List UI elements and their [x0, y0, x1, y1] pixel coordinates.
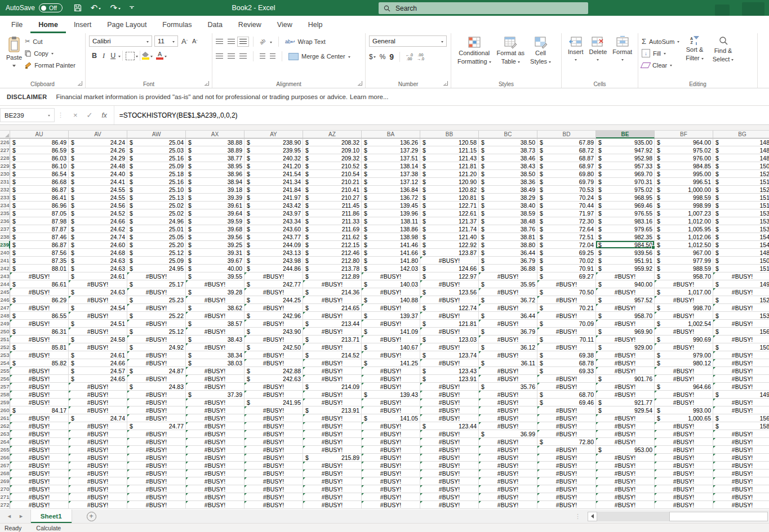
cell-AU272[interactable]: #BUSY!: [10, 501, 69, 509]
cell-BA243[interactable]: #BUSY!: [362, 272, 420, 280]
conditional-formatting-button[interactable]: Conditional Formatting: [455, 35, 494, 79]
cell-BE257[interactable]: #BUSY!: [596, 383, 655, 391]
cell-AY230[interactable]: $241.54: [245, 170, 303, 178]
cell-BD234[interactable]: $70.44: [537, 202, 596, 209]
borders-icon[interactable]: [126, 52, 135, 60]
cell-AY270[interactable]: #BUSY!: [245, 485, 303, 493]
number-format-combo[interactable]: General: [369, 35, 447, 47]
cell-BF234[interactable]: $998.99: [655, 202, 713, 209]
cell-AV268[interactable]: #BUSY!: [69, 470, 127, 477]
row-header-244[interactable]: 244: [0, 280, 10, 288]
cell-AU243[interactable]: #BUSY!: [10, 272, 69, 280]
cell-AZ258[interactable]: #BUSY!: [303, 391, 362, 399]
cell-BE270[interactable]: #BUSY!: [596, 485, 655, 493]
cell-BG229[interactable]: $150: [713, 162, 769, 170]
cell-BC249[interactable]: #BUSY!: [479, 320, 537, 328]
tab-insert[interactable]: Insert: [66, 16, 99, 33]
cell-AU246[interactable]: $86.29: [10, 296, 69, 304]
cell-AV233[interactable]: $24.55: [69, 194, 127, 202]
copy-dropdown-icon[interactable]: [51, 53, 54, 56]
cell-BE229[interactable]: $957.33: [596, 162, 655, 170]
cell-BB265[interactable]: #BUSY!: [420, 446, 479, 454]
cell-AX259[interactable]: #BUSY!: [186, 399, 245, 406]
cell-BD233[interactable]: $70.24: [537, 194, 596, 202]
cell-BD226[interactable]: $67.89: [537, 138, 596, 146]
number-dialog-launcher-icon[interactable]: [443, 81, 448, 86]
cell-BA257[interactable]: #BUSY!: [362, 383, 420, 391]
cell-AU269[interactable]: #BUSY!: [10, 477, 69, 485]
cell-BB238[interactable]: $121.40: [420, 233, 479, 241]
clear-button[interactable]: Clear: [642, 59, 679, 71]
cell-BB230[interactable]: $121.20: [420, 170, 479, 178]
cell-BE226[interactable]: $935.00: [596, 138, 655, 146]
cell-AW242[interactable]: $24.95: [127, 265, 186, 272]
underline-dropdown-icon[interactable]: [118, 56, 121, 59]
cell-BG238[interactable]: $154: [713, 233, 769, 241]
cell-AZ265[interactable]: #BUSY!: [303, 446, 362, 454]
row-header-229[interactable]: 229: [0, 162, 10, 170]
cell-BA251[interactable]: #BUSY!: [362, 336, 420, 343]
cell-AX253[interactable]: $38.34: [186, 351, 245, 359]
cell-AZ262[interactable]: #BUSY!: [303, 422, 362, 430]
cell-BD232[interactable]: $70.53: [537, 186, 596, 194]
cell-AX250[interactable]: #BUSY!: [186, 328, 245, 336]
cell-BD228[interactable]: $68.87: [537, 154, 596, 162]
font-name-dropdown-icon[interactable]: [146, 41, 149, 44]
cell-BG264[interactable]: #BUSY!: [713, 438, 769, 446]
cell-AX268[interactable]: #BUSY!: [186, 470, 245, 477]
cell-AX260[interactable]: #BUSY!: [186, 406, 245, 414]
cell-AU265[interactable]: #BUSY!: [10, 446, 69, 454]
cell-BG233[interactable]: $151: [713, 194, 769, 202]
cell-BD264[interactable]: $72.80: [537, 438, 596, 446]
status-calculate[interactable]: Calculate: [36, 525, 61, 531]
row-header-232[interactable]: 232: [0, 186, 10, 194]
cell-AW235[interactable]: $25.02: [127, 209, 186, 217]
row-header-265[interactable]: 265: [0, 446, 10, 454]
cell-BC227[interactable]: $38.73: [479, 146, 537, 154]
cell-AV272[interactable]: #BUSY!: [69, 501, 127, 509]
cell-AY236[interactable]: $243.34: [245, 217, 303, 225]
cell-BA268[interactable]: #BUSY!: [362, 470, 420, 477]
cell-AX232[interactable]: $39.18: [186, 186, 245, 194]
cell-AV237[interactable]: $24.62: [69, 225, 127, 233]
format-painter-button[interactable]: Format Painter: [25, 59, 75, 71]
format-cells-button[interactable]: Format: [610, 35, 635, 79]
cell-BF237[interactable]: $1,005.95: [655, 225, 713, 233]
cell-BB245[interactable]: $123.56: [420, 288, 479, 296]
cell-AW271[interactable]: #BUSY!: [127, 493, 186, 501]
cell-AV256[interactable]: $24.65: [69, 375, 127, 383]
cell-BD240[interactable]: $69.25: [537, 249, 596, 257]
cell-AY263[interactable]: #BUSY!: [245, 430, 303, 438]
cell-AV231[interactable]: $24.41: [69, 178, 127, 186]
cell-BC263[interactable]: $36.99: [479, 430, 537, 438]
cell-AV266[interactable]: #BUSY!: [69, 454, 127, 462]
cell-BG263[interactable]: #BUSY!: [713, 430, 769, 438]
cell-AU229[interactable]: $86.10: [10, 162, 69, 170]
cell-BE236[interactable]: $983.16: [596, 217, 655, 225]
row-header-234[interactable]: 234: [0, 202, 10, 209]
row-header-245[interactable]: 245: [0, 288, 10, 296]
cell-BB232[interactable]: $120.82: [420, 186, 479, 194]
fill-handle[interactable]: [651, 245, 655, 249]
cell-BD245[interactable]: $70.50: [537, 288, 596, 296]
cell-AV262[interactable]: #BUSY!: [69, 422, 127, 430]
accounting-format-button[interactable]: $: [369, 51, 376, 62]
italic-button[interactable]: I: [100, 50, 108, 61]
cell-BD256[interactable]: #BUSY!: [537, 375, 596, 383]
cell-AY237[interactable]: $243.60: [245, 225, 303, 233]
cell-AW229[interactable]: $25.09: [127, 162, 186, 170]
cell-AU258[interactable]: #BUSY!: [10, 391, 69, 399]
cell-BE265[interactable]: $953.00: [596, 446, 655, 454]
cell-AZ230[interactable]: $210.54: [303, 170, 362, 178]
merge-center-dropdown-icon[interactable]: [348, 56, 350, 59]
row-header-259[interactable]: 259: [0, 399, 10, 406]
cell-BF249[interactable]: $1,002.54: [655, 320, 713, 328]
cell-AW267[interactable]: #BUSY!: [127, 462, 186, 470]
cell-BA248[interactable]: $139.37: [362, 312, 420, 320]
cell-AU230[interactable]: $86.54: [10, 170, 69, 178]
tab-page-layout[interactable]: Page Layout: [99, 16, 154, 33]
row-header-264[interactable]: 264: [0, 438, 10, 446]
cell-AY261[interactable]: #BUSY!: [245, 414, 303, 422]
cell-BB269[interactable]: #BUSY!: [420, 477, 479, 485]
cell-AV253[interactable]: $24.61: [69, 351, 127, 359]
